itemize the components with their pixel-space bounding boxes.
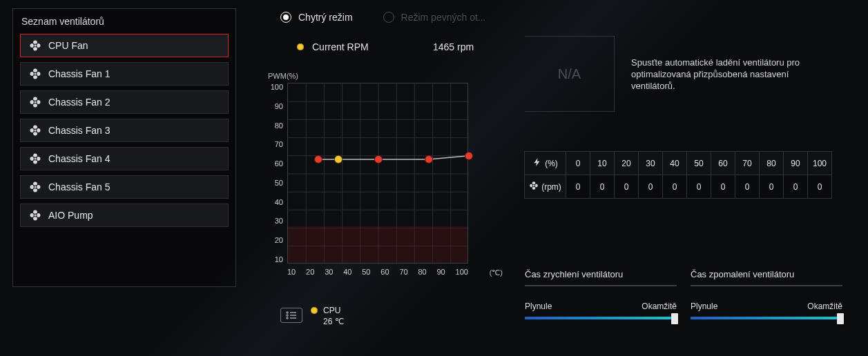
list-icon: [285, 311, 298, 319]
svg-point-29: [287, 317, 288, 319]
slider-track[interactable]: [525, 317, 677, 319]
chart-plotarea[interactable]: [287, 83, 468, 264]
temp-source-value: 26 ℃: [323, 316, 344, 327]
fan-item[interactable]: Chassis Fan 1: [20, 62, 229, 86]
svg-point-31: [533, 185, 534, 186]
boost-col-header: 40: [662, 151, 687, 175]
slider-left-label: Plynule: [525, 301, 552, 311]
fan-icon: [29, 124, 41, 137]
boost-col-header: 70: [735, 151, 760, 175]
fan-list-title: Seznam ventilátorů: [20, 16, 229, 27]
fan-list: Seznam ventilátorů CPU FanChassis Fan 1C…: [12, 8, 236, 287]
boost-rpm-cell: 0: [735, 175, 760, 199]
svg-point-1: [35, 73, 37, 75]
boost-col-header: 80: [759, 151, 784, 175]
curve-point[interactable]: [334, 155, 343, 164]
fan-icon: [29, 39, 41, 52]
svg-point-3: [35, 130, 37, 132]
boost-col-header: 100: [807, 151, 832, 175]
autotune-na: N/A: [525, 36, 615, 112]
current-rpm: Current RPM: [297, 41, 369, 52]
fan-icon: [29, 152, 41, 165]
fan-item-label: Chassis Fan 1: [48, 68, 110, 79]
temp-source-list-button[interactable]: [280, 308, 302, 323]
boost-col-header: 50: [686, 151, 711, 175]
fan-icon: [29, 181, 41, 193]
fan-mode-radios: Chytrý režim Režim pevných ot...: [280, 12, 486, 23]
chart-yticks: 100908070605040302010: [268, 83, 287, 264]
fan-item[interactable]: Chassis Fan 4: [20, 147, 229, 170]
fan-icon: [29, 209, 41, 221]
fan-item[interactable]: AIO Pump: [20, 204, 229, 227]
boost-col-header: 30: [638, 151, 663, 175]
boost-table: (%)0102030405060708090100(rpm)0000000000…: [525, 152, 832, 199]
slider-left-label: Plynule: [691, 301, 717, 311]
slider-right-label: Okamžitě: [642, 301, 677, 311]
fan-curve-chart: PWM(%) 100908070605040302010 10203040506…: [268, 72, 492, 276]
boost-rpm-cell: 0: [807, 175, 832, 199]
fan-item-label: Chassis Fan 2: [48, 97, 110, 108]
dot-icon: [311, 307, 318, 314]
dot-icon: [297, 43, 304, 50]
svg-point-27: [287, 315, 288, 316]
svg-point-5: [35, 186, 37, 188]
slider-track[interactable]: [691, 317, 842, 319]
curve-point[interactable]: [465, 152, 473, 160]
boost-row-pct-header: (%): [524, 151, 566, 175]
boost-rpm-cell: 0: [783, 175, 808, 199]
chart-ylabel: PWM(%): [268, 72, 492, 80]
mode-smart-label: Chytrý režim: [298, 12, 353, 23]
curve-point[interactable]: [314, 155, 322, 164]
fan-speedup-title: Čas zrychlení ventilátoru: [525, 269, 677, 286]
mode-fixed[interactable]: Režim pevných ot...: [383, 12, 486, 23]
slider-thumb[interactable]: [671, 313, 678, 324]
boost-col-header: 10: [590, 151, 615, 175]
current-rpm-label: Current RPM: [312, 41, 369, 52]
fan-item[interactable]: CPU Fan: [20, 34, 229, 57]
fan-item[interactable]: Chassis Fan 3: [20, 119, 229, 142]
curve-point[interactable]: [374, 155, 383, 164]
boost-col-header: 20: [614, 151, 639, 175]
svg-point-4: [35, 158, 37, 160]
boost-col-header: 0: [566, 151, 590, 175]
fan-item[interactable]: Chassis Fan 2: [20, 90, 229, 114]
fan-icon: [529, 181, 539, 192]
bolt-icon: [532, 157, 542, 169]
svg-point-25: [287, 312, 288, 313]
fan-item-label: AIO Pump: [48, 210, 93, 221]
fan-slowdown-title: Čas zpomalení ventilátoru: [691, 269, 842, 286]
mode-fixed-label: Režim pevných ot...: [401, 12, 486, 23]
current-rpm-value: 1465 rpm: [433, 41, 474, 52]
temp-source: CPU 26 ℃: [311, 305, 344, 327]
chart-xticks: 102030405060708090100: [287, 268, 468, 276]
svg-point-2: [35, 101, 37, 103]
boost-row-rpm-header: (rpm): [524, 175, 566, 199]
boost-rpm-cell: 0: [638, 175, 663, 199]
slider-right-label: Okamžitě: [807, 301, 842, 311]
autotune-block: N/A Spusťte automatické ladění ventiláto…: [525, 29, 856, 119]
boost-rpm-cell: 0: [711, 175, 735, 199]
radio-icon: [383, 12, 394, 23]
temp-source-name: CPU: [323, 305, 344, 316]
boost-rpm-cell: 0: [566, 175, 590, 199]
autotune-hint: Spusťte automatické ladění ventilátoru p…: [631, 57, 831, 92]
fan-item-label: Chassis Fan 4: [48, 153, 110, 164]
fan-icon: [29, 68, 41, 80]
boost-rpm-cell: 0: [590, 175, 615, 199]
boost-rpm-cell: 0: [759, 175, 784, 199]
fan-item-label: CPU Fan: [48, 40, 88, 51]
boost-col-header: 60: [711, 151, 735, 175]
fan-item-label: Chassis Fan 5: [48, 181, 110, 192]
fan-speedup-slider: Čas zrychlení ventilátoru Plynule Okamži…: [525, 269, 677, 319]
fan-item[interactable]: Chassis Fan 5: [20, 175, 229, 199]
radio-icon: [280, 12, 291, 23]
mode-smart[interactable]: Chytrý režim: [280, 12, 353, 23]
curve-point[interactable]: [425, 155, 433, 164]
fan-slowdown-slider: Čas zpomalení ventilátoru Plynule Okamži…: [691, 269, 842, 319]
boost-rpm-cell: 0: [614, 175, 639, 199]
slider-thumb[interactable]: [837, 313, 844, 324]
fan-item-label: Chassis Fan 3: [48, 125, 110, 136]
boost-rpm-cell: 0: [662, 175, 687, 199]
svg-point-0: [35, 45, 37, 47]
boost-rpm-cell: 0: [686, 175, 711, 199]
